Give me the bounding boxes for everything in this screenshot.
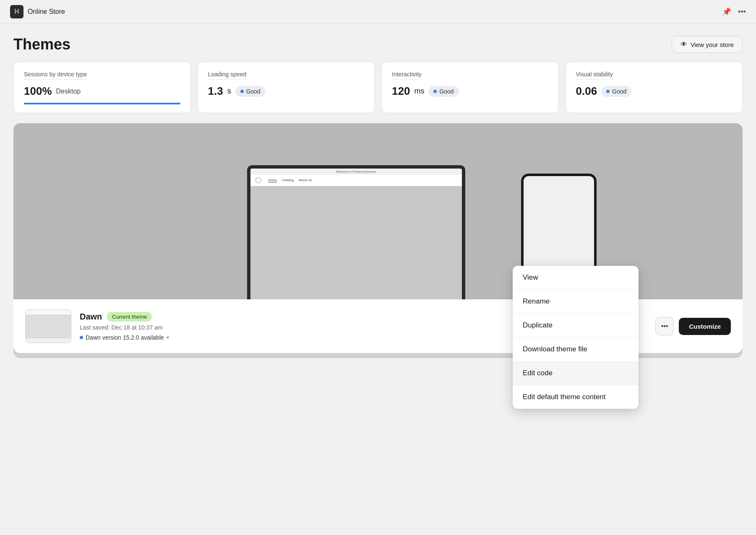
screen-nav: Home Catalog About us <box>250 175 462 186</box>
sessions-bar <box>24 103 180 104</box>
theme-thumbnail <box>25 309 71 343</box>
dropdown-item-download[interactable]: Download theme file <box>513 338 639 361</box>
topbar-more-icon[interactable]: ••• <box>738 8 746 16</box>
metrics-row: Sessions by device type 100% Desktop Loa… <box>0 62 756 123</box>
loading-badge-label: Good <box>246 88 261 95</box>
interactivity-value: 120 <box>392 85 410 98</box>
desktop-mockup: Welcome to Portland Eyewear! Home Catalo… <box>247 165 465 299</box>
current-theme-badge: Current theme <box>107 312 152 322</box>
ellipsis-icon: ••• <box>661 322 668 330</box>
page-title: Themes <box>13 36 70 53</box>
page-header: Themes 👁 View your store <box>0 24 756 62</box>
screen-store-title: Welcome to Portland Eyewear! <box>250 169 462 175</box>
sessions-value: 100% <box>24 85 52 98</box>
app-icon: H <box>10 5 23 18</box>
main-content: Welcome to Portland Eyewear! Home Catalo… <box>0 123 756 358</box>
sessions-label: Sessions by device type <box>24 71 87 80</box>
dropdown-item-rename[interactable]: Rename <box>513 290 639 314</box>
interactivity-badge-label: Good <box>439 88 454 95</box>
pin-icon[interactable]: 📌 <box>722 7 731 16</box>
app-title: Online Store <box>28 8 65 16</box>
screen-search-icon <box>255 177 261 183</box>
visual-value: 0.06 <box>576 85 597 98</box>
thumb-body <box>26 315 71 338</box>
nav-catalog: Catalog <box>282 178 294 182</box>
customize-button[interactable]: Customize <box>679 318 731 335</box>
dropdown-download-label: Download theme file <box>523 345 587 353</box>
screen-nav-links: Home Catalog About us <box>268 178 312 182</box>
dropdown-item-edit-code[interactable]: Edit code <box>513 361 639 385</box>
dropdown-edit-code-label: Edit code <box>523 369 553 377</box>
dropdown-rename-label: Rename <box>523 297 550 305</box>
interactivity-badge-dot <box>433 90 437 93</box>
top-bar-left: H Online Store <box>10 5 65 18</box>
dropdown-edit-content-label: Edit default theme content <box>523 393 606 401</box>
visual-badge-label: Good <box>612 88 626 95</box>
top-bar: H Online Store 📌 ••• <box>0 0 756 24</box>
thumb-nav <box>26 310 71 315</box>
version-text: Dawn version 15.2.0 available <box>86 334 164 341</box>
loading-badge: Good <box>235 86 266 97</box>
visual-badge-dot <box>606 90 610 93</box>
loading-value: 1.3 <box>208 85 223 98</box>
interactivity-badge: Good <box>428 86 459 97</box>
theme-name: Dawn <box>80 312 102 322</box>
view-store-label: View your store <box>691 41 734 48</box>
interactivity-unit: ms <box>414 87 424 96</box>
interactivity-label: Interactivity <box>392 71 422 80</box>
dropdown-duplicate-label: Duplicate <box>523 321 553 329</box>
visual-label: Visual stability <box>576 71 613 80</box>
loading-unit: s <box>227 87 231 96</box>
top-bar-right: 📌 ••• <box>722 7 746 16</box>
dropdown-menu: View Rename Duplicate Download theme fil… <box>513 266 639 409</box>
dropdown-view-label: View <box>523 273 538 281</box>
metric-card-sessions: Sessions by device type 100% Desktop <box>13 62 191 113</box>
screen-hero <box>250 186 462 299</box>
nav-home: Home <box>268 178 277 182</box>
dropdown-item-duplicate[interactable]: Duplicate <box>513 314 639 338</box>
dropdown-item-view[interactable]: View <box>513 266 639 290</box>
nav-about: About us <box>299 178 312 182</box>
metric-card-interactivity: Interactivity 120 ms Good <box>381 62 559 113</box>
thumb-footer <box>26 338 71 343</box>
theme-actions: ••• Customize <box>655 317 731 335</box>
sessions-bar-fill <box>24 103 180 104</box>
loading-label: Loading speed <box>208 71 247 80</box>
metric-card-loading: Loading speed 1.3 s Good <box>198 62 375 113</box>
eye-icon: 👁 <box>680 41 687 48</box>
dropdown-item-edit-content[interactable]: Edit default theme content <box>513 385 639 409</box>
visual-badge: Good <box>601 86 631 97</box>
view-store-button[interactable]: 👁 View your store <box>672 36 743 53</box>
chevron-down-icon: ▾ <box>167 335 169 340</box>
loading-badge-dot <box>240 90 244 93</box>
more-actions-button[interactable]: ••• <box>655 317 674 335</box>
desktop-screen: Welcome to Portland Eyewear! Home Catalo… <box>250 169 462 299</box>
version-dot <box>80 336 83 339</box>
metric-card-visual: Visual stability 0.06 Good <box>566 62 743 113</box>
sessions-sublabel: Desktop <box>56 88 81 95</box>
